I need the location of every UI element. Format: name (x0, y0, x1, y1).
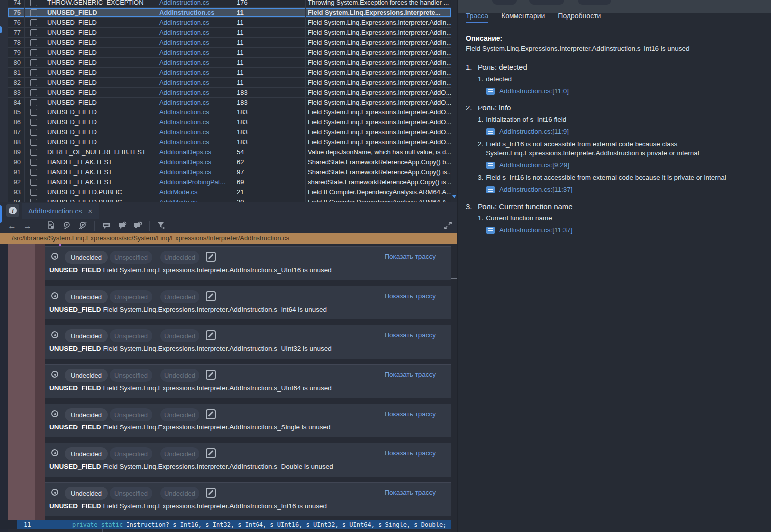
edit-icon[interactable] (206, 291, 216, 301)
file-link[interactable]: AdditionalDeps.cs (157, 147, 234, 157)
highlighted-code-line[interactable]: 11 private static Instruction? s_Int16, … (17, 520, 451, 529)
comment-eye-icon[interactable] (118, 221, 127, 230)
close-icon[interactable]: × (88, 207, 92, 215)
trace-location-link[interactable]: AddInstruction.cs:[11:0] (499, 87, 569, 96)
target-icon[interactable] (51, 331, 58, 338)
editor-tab[interactable]: AddInstruction.cs × (22, 203, 99, 219)
table-row[interactable]: 79 UNUSED_FIELD AddInstruction.cs 11 Fie… (8, 48, 451, 58)
status-pill[interactable]: Undecided (160, 290, 199, 303)
status-pill[interactable]: Undecided (160, 487, 199, 500)
file-link[interactable]: AddInstruction.cs (157, 38, 234, 47)
checkbox[interactable] (30, 69, 37, 76)
status-pill[interactable]: Undecided (65, 251, 108, 264)
file-link[interactable]: AddInstruction.cs (157, 107, 234, 117)
target-icon[interactable] (51, 371, 58, 378)
filter-add-icon[interactable] (157, 221, 166, 230)
table-row[interactable]: 85 UNUSED_FIELD AddInstruction.cs 183 Fi… (8, 107, 451, 117)
checkbox[interactable] (30, 179, 37, 186)
table-row[interactable]: 76 UNUSED_FIELD AddInstruction.cs 11 Fie… (8, 18, 451, 28)
checkbox[interactable] (30, 79, 37, 86)
table-row[interactable]: 75 UNUSED_FIELD AddInstruction.cs 11 Fie… (8, 8, 451, 18)
edit-icon[interactable] (206, 488, 216, 498)
table-row[interactable]: 90 HANDLE_LEAK.TEST AdditionalDeps.cs 62… (8, 157, 451, 167)
table-row[interactable]: 84 UNUSED_FIELD AddInstruction.cs 183 Fi… (8, 98, 451, 107)
expand-icon[interactable] (444, 221, 452, 230)
file-link[interactable]: AddInstruction.cs (157, 127, 234, 137)
trace-location-link[interactable]: AddInstruction.cs:[9:29] (499, 161, 569, 170)
file-link[interactable]: AddrMode.cs (157, 187, 234, 197)
status-pill[interactable]: Unspecified (110, 487, 152, 500)
status-pill[interactable]: Undecided (65, 369, 108, 382)
status-pill[interactable]: Undecided (160, 369, 199, 382)
edit-icon[interactable] (206, 409, 216, 419)
status-pill[interactable]: Undecided (65, 290, 108, 303)
table-row[interactable]: 80 UNUSED_FIELD AddInstruction.cs 11 Fie… (8, 58, 451, 68)
file-link[interactable]: AddrMode.cs (157, 197, 234, 202)
status-pill[interactable]: Unspecified (110, 329, 152, 342)
target-icon[interactable] (51, 292, 58, 299)
table-row[interactable]: 81 UNUSED_FIELD AddInstruction.cs 11 Fie… (8, 68, 451, 78)
document-pin-icon[interactable] (46, 221, 55, 230)
comment-eye-off-icon[interactable] (133, 221, 142, 230)
tab-details[interactable]: Подробности (558, 12, 601, 23)
checkbox[interactable] (30, 109, 37, 116)
show-trace-link[interactable]: Показать трассу (385, 489, 436, 496)
checkbox[interactable] (30, 169, 37, 176)
table-row[interactable]: 82 UNUSED_FIELD AddInstruction.cs 11 Fie… (8, 78, 451, 88)
checkbox[interactable] (30, 159, 37, 166)
comment-icon[interactable] (102, 221, 111, 230)
info-button[interactable]: i (6, 204, 19, 217)
table-row[interactable]: 94 UNUSED_FIELD.PUBLIC AddrMode.cs 20 Fi… (8, 197, 451, 202)
status-pill[interactable]: Undecided (160, 251, 199, 264)
file-link[interactable]: AddInstruction.cs (157, 68, 234, 77)
status-pill[interactable]: Undecided (65, 487, 108, 500)
file-link[interactable]: AddInstruction.cs (157, 8, 234, 17)
status-pill[interactable]: Undecided (65, 447, 108, 460)
table-row[interactable]: 86 UNUSED_FIELD AddInstruction.cs 183 Fi… (8, 117, 451, 127)
checkbox[interactable] (30, 49, 37, 56)
show-trace-link[interactable]: Показать трассу (385, 371, 436, 378)
file-link[interactable]: AddInstruction.cs (157, 98, 234, 107)
status-pill[interactable]: Unspecified (110, 290, 152, 303)
file-link[interactable]: AddInstruction.cs (157, 28, 234, 37)
edit-icon[interactable] (206, 448, 216, 458)
table-scrollbar[interactable] (451, 0, 457, 202)
checkbox[interactable] (30, 29, 37, 36)
file-link[interactable]: AdditionalDeps.cs (157, 157, 234, 167)
table-row[interactable]: 91 HANDLE_LEAK.TEST AdditionalDeps.cs 97… (8, 167, 451, 177)
back-icon[interactable]: ← (8, 222, 16, 230)
tab-comments[interactable]: Комментарии (501, 12, 545, 23)
show-trace-link[interactable]: Показать трассу (385, 292, 436, 300)
file-link[interactable]: AddInstruction.cs (157, 58, 234, 67)
checkbox[interactable] (30, 19, 37, 26)
status-pill[interactable]: Unspecified (110, 251, 152, 264)
target-icon[interactable] (51, 253, 58, 260)
table-row[interactable]: 89 DEREF_OF_NULL.RET.LIB.TEST Additional… (8, 147, 451, 157)
table-row[interactable]: 88 UNUSED_FIELD AddInstruction.cs 183 Fi… (8, 137, 451, 147)
trace-location-link[interactable]: AddInstruction.cs:[11:37] (499, 226, 573, 235)
status-pill[interactable]: Undecided (160, 408, 199, 421)
show-trace-link[interactable]: Показать трассу (385, 253, 436, 260)
checkbox[interactable] (30, 189, 37, 196)
status-pill[interactable]: Undecided (65, 329, 108, 342)
status-pill[interactable]: Undecided (65, 408, 108, 421)
target-icon[interactable] (51, 489, 58, 496)
file-link[interactable]: AddInstruction.cs (157, 18, 234, 27)
tab-trace[interactable]: Трасса (466, 12, 488, 23)
status-pill[interactable]: Undecided (160, 329, 199, 342)
checkbox[interactable] (30, 119, 37, 126)
checkbox[interactable] (30, 0, 37, 6)
target-icon[interactable] (51, 410, 58, 417)
target-icon[interactable] (51, 449, 58, 456)
show-trace-link[interactable]: Показать трассу (385, 331, 436, 339)
checkbox[interactable] (30, 139, 37, 146)
status-pill[interactable]: Unspecified (110, 369, 152, 382)
checkbox[interactable] (30, 89, 37, 96)
edit-icon[interactable] (206, 330, 216, 340)
code-scrollbar[interactable] (451, 244, 457, 532)
status-pill[interactable]: Unspecified (110, 447, 152, 460)
table-row[interactable]: 77 UNUSED_FIELD AddInstruction.cs 11 Fie… (8, 28, 451, 38)
file-link[interactable]: AdditionalDeps.cs (157, 167, 234, 177)
edit-icon[interactable] (206, 252, 216, 262)
edit-icon[interactable] (206, 370, 216, 380)
